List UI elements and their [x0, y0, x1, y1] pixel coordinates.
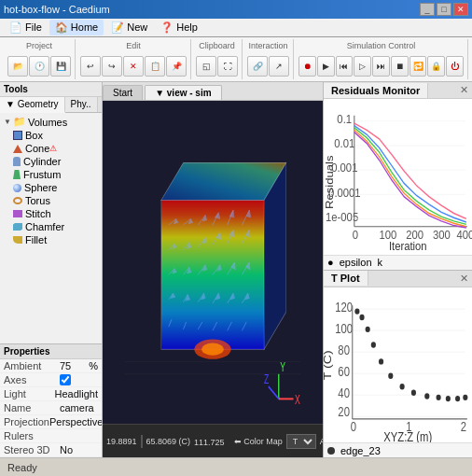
svg-text:0: 0	[351, 418, 356, 434]
residuals-legend-epsilon: ●	[327, 257, 334, 268]
residuals-close[interactable]: ✕	[456, 84, 472, 96]
tplot-panel: T Plot ✕ T (C) 120 100 80 60 40 20	[324, 271, 472, 458]
prop-axes-checkbox[interactable]	[60, 374, 71, 385]
toolbar-group-interaction: Interaction 🔗 ↗	[243, 39, 294, 79]
toolbar-group-interaction-label: Interaction	[247, 39, 289, 52]
tree-stitch[interactable]: Stitch	[2, 207, 100, 220]
residuals-legend: ● epsilon k	[324, 255, 472, 270]
tplot-tab[interactable]: T Plot	[324, 271, 368, 286]
colormap-controls: ⬅ Color Map T Arrows U	[234, 434, 323, 449]
svg-point-122	[463, 394, 467, 399]
tree-frustum[interactable]: Frustum	[2, 168, 100, 181]
svg-point-110	[354, 308, 359, 314]
svg-text:0.1: 0.1	[337, 112, 352, 126]
open-button[interactable]: 📂	[7, 56, 28, 77]
main-area: Tools ▼ Geometry Phy.. ▼ 📁 Volumes Box C…	[0, 82, 472, 457]
tree-sphere[interactable]: Sphere	[2, 181, 100, 194]
menu-new[interactable]: 📝 New	[105, 20, 153, 35]
tab-view-sim[interactable]: ▼ view - sim	[145, 85, 221, 100]
svg-text:20: 20	[338, 404, 350, 420]
toolbar-group-edit-label: Edit	[80, 39, 187, 52]
frustum-icon	[13, 170, 21, 179]
svg-point-117	[411, 389, 416, 395]
tree-cylinder[interactable]: Cylinder	[2, 155, 100, 168]
menu-help[interactable]: ❓ Help	[155, 20, 203, 35]
svg-point-113	[371, 342, 376, 347]
prop-projection: Projection Perspective	[0, 415, 102, 429]
tree-fillet[interactable]: Fillet	[2, 233, 100, 246]
tool-tabs: ▼ Geometry Phy..	[0, 97, 102, 113]
start-button[interactable]: ▶	[317, 56, 335, 77]
residuals-svg: Residuals 0.1 0.01 0.001 0.0001 1e-005 0	[324, 99, 472, 255]
3d-viewport[interactable]: X Y Z	[103, 101, 323, 424]
tplot-header: T Plot ✕	[324, 271, 472, 287]
tab-geometry[interactable]: ▼ Geometry	[0, 97, 65, 113]
mode-button[interactable]: ◱	[196, 56, 216, 77]
prop-stereo3d-label: Stereo 3D	[4, 444, 60, 455]
cone-icon	[13, 145, 22, 153]
svg-point-120	[446, 395, 451, 400]
minimize-button[interactable]: _	[420, 3, 435, 16]
prop-ambient-unit: %	[89, 360, 98, 371]
link-button[interactable]: 🔗	[247, 56, 268, 77]
tree-stitch-label: Stitch	[25, 208, 51, 219]
stop-button[interactable]: ⏻	[446, 56, 464, 77]
delete-button[interactable]: ✕	[123, 56, 144, 77]
tree-box[interactable]: Box	[2, 129, 100, 142]
select-button[interactable]: ↗	[269, 56, 289, 77]
copy-button[interactable]: 📋	[145, 56, 165, 77]
svg-text:80: 80	[338, 342, 350, 357]
save-button[interactable]: 💾	[50, 56, 71, 77]
view-tabs: Start ▼ view - sim	[103, 82, 323, 101]
end-button[interactable]: ⏹	[391, 56, 409, 77]
tab-start[interactable]: Start	[103, 85, 143, 100]
redo-button[interactable]: ↪	[102, 56, 122, 77]
color-map-select[interactable]: T	[286, 434, 316, 449]
color-map-label: ⬅ Color Map	[234, 437, 283, 446]
properties-header: Properties	[0, 344, 102, 359]
toolbar: Project 📂 🕐 💾 Edit ↩ ↪ ✕ 📋 📌 Clipboard ◱…	[0, 37, 472, 82]
residuals-tab[interactable]: Residuals Monitor	[324, 83, 428, 98]
prop-axes-label: Axes	[4, 374, 60, 385]
recent-button[interactable]: 🕐	[29, 56, 49, 77]
prop-name-label: Name	[4, 402, 60, 413]
maximize-button[interactable]: □	[437, 3, 451, 16]
tree-chamfer[interactable]: Chamfer	[2, 220, 100, 233]
tools-header: Tools	[0, 82, 102, 97]
left-panel: Tools ▼ Geometry Phy.. ▼ 📁 Volumes Box C…	[0, 82, 103, 457]
tree-torus[interactable]: Torus	[2, 194, 100, 207]
tree-cone[interactable]: Cone ⚠	[2, 142, 100, 155]
center-area: Start ▼ view - sim	[103, 82, 323, 457]
window-controls: _ □ ✕	[420, 3, 468, 16]
menu-home[interactable]: 🏠 Home	[49, 20, 104, 35]
next-button[interactable]: ⏭	[372, 56, 390, 77]
lock-button[interactable]: 🔒	[427, 56, 445, 77]
previous-button[interactable]: ⏮	[336, 56, 354, 77]
paste-button[interactable]: 📌	[166, 56, 187, 77]
fit-all-button[interactable]: ⛶	[217, 56, 238, 77]
svg-text:0.01: 0.01	[334, 137, 354, 151]
svg-text:Z: Z	[264, 371, 269, 387]
tree-volumes[interactable]: ▼ 📁 Volumes	[2, 115, 100, 129]
svg-text:T (C): T (C)	[324, 350, 334, 380]
record-button[interactable]: ⏺	[298, 56, 316, 77]
tab-physics[interactable]: Phy..	[65, 97, 98, 112]
colorbar-min-label: 19.8891	[106, 437, 137, 446]
prop-ambient-label: Ambient	[4, 360, 60, 371]
tree-cylinder-label: Cylinder	[23, 156, 61, 167]
prop-name-value: camera	[60, 402, 98, 413]
close-button[interactable]: ✕	[453, 3, 468, 16]
toolbar-group-clipboard-label: Clipboard	[196, 39, 238, 52]
menu-file[interactable]: 📄 File	[4, 20, 48, 35]
loop-button[interactable]: 🔁	[410, 56, 427, 77]
svg-text:0.0001: 0.0001	[328, 186, 361, 200]
svg-text:100: 100	[335, 320, 353, 336]
tplot-chart: T (C) 120 100 80 60 40 20	[324, 287, 472, 443]
colorbar-area: 19.8891 65.8069 (C) 111.725 ⬅ Color Map …	[103, 424, 323, 457]
svg-point-114	[379, 358, 383, 364]
run-button[interactable]: ▷	[354, 56, 371, 77]
tplot-close[interactable]: ✕	[456, 273, 472, 285]
status-bar: Ready	[0, 457, 472, 476]
undo-button[interactable]: ↩	[80, 56, 101, 77]
colorbar	[141, 435, 143, 448]
